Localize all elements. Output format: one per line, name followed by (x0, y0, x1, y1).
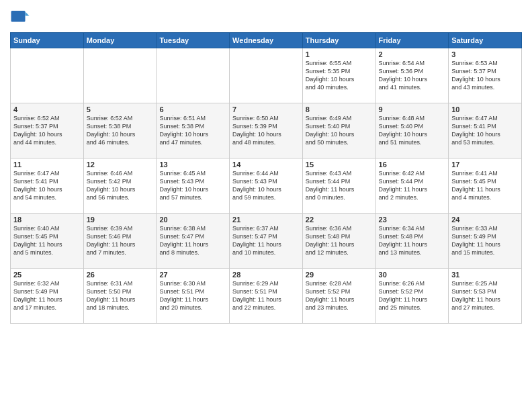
cell-content: Sunrise: 6:51 AMSunset: 5:38 PMDaylight:… (159, 114, 226, 147)
day-number: 24 (451, 216, 519, 224)
calendar-cell: 5Sunrise: 6:52 AMSunset: 5:38 PMDaylight… (83, 103, 157, 158)
calendar-table: SundayMondayTuesdayWednesdayThursdayFrid… (10, 32, 522, 324)
cell-content: Sunrise: 6:42 AMSunset: 5:44 PMDaylight:… (379, 169, 446, 202)
day-number: 30 (379, 271, 446, 279)
week-row-2: 4Sunrise: 6:52 AMSunset: 5:37 PMDaylight… (11, 103, 522, 158)
calendar-cell (230, 48, 303, 103)
cell-content: Sunrise: 6:32 AMSunset: 5:49 PMDaylight:… (13, 279, 81, 312)
calendar-cell: 23Sunrise: 6:34 AMSunset: 5:48 PMDayligh… (375, 214, 449, 269)
calendar-cell: 26Sunrise: 6:31 AMSunset: 5:50 PMDayligh… (83, 269, 157, 324)
cell-content: Sunrise: 6:45 AMSunset: 5:43 PMDaylight:… (159, 169, 226, 202)
day-number: 22 (306, 216, 373, 224)
calendar-cell: 28Sunrise: 6:29 AMSunset: 5:51 PMDayligh… (230, 269, 303, 324)
cell-content: Sunrise: 6:38 AMSunset: 5:47 PMDaylight:… (159, 224, 226, 257)
calendar-cell (11, 48, 84, 103)
calendar-cell: 14Sunrise: 6:44 AMSunset: 5:43 PMDayligh… (230, 158, 303, 214)
day-number: 2 (379, 50, 446, 58)
day-number: 3 (451, 50, 519, 58)
calendar-cell: 20Sunrise: 6:38 AMSunset: 5:47 PMDayligh… (157, 214, 230, 269)
logo (10, 7, 33, 27)
calendar-cell: 30Sunrise: 6:26 AMSunset: 5:52 PMDayligh… (375, 269, 449, 324)
page-header (10, 7, 522, 27)
cell-content: Sunrise: 6:31 AMSunset: 5:50 PMDaylight:… (87, 279, 154, 312)
calendar-cell: 6Sunrise: 6:51 AMSunset: 5:38 PMDaylight… (157, 103, 230, 158)
header-tuesday: Tuesday (157, 33, 230, 48)
day-number: 10 (451, 105, 519, 113)
cell-content: Sunrise: 6:41 AMSunset: 5:45 PMDaylight:… (451, 169, 519, 202)
calendar-cell: 27Sunrise: 6:30 AMSunset: 5:51 PMDayligh… (157, 269, 230, 324)
calendar-cell: 31Sunrise: 6:25 AMSunset: 5:53 PMDayligh… (449, 269, 522, 324)
calendar-cell: 7Sunrise: 6:50 AMSunset: 5:39 PMDaylight… (230, 103, 303, 158)
cell-content: Sunrise: 6:36 AMSunset: 5:48 PMDaylight:… (306, 224, 373, 257)
calendar-cell: 16Sunrise: 6:42 AMSunset: 5:44 PMDayligh… (375, 158, 449, 214)
header-thursday: Thursday (302, 33, 375, 48)
day-number: 20 (159, 216, 226, 224)
calendar-cell: 1Sunrise: 6:55 AMSunset: 5:35 PMDaylight… (302, 48, 375, 103)
cell-content: Sunrise: 6:47 AMSunset: 5:41 PMDaylight:… (13, 169, 81, 202)
calendar-cell: 2Sunrise: 6:54 AMSunset: 5:36 PMDaylight… (375, 48, 449, 103)
cell-content: Sunrise: 6:46 AMSunset: 5:42 PMDaylight:… (87, 169, 154, 202)
day-number: 17 (451, 161, 519, 169)
day-number: 28 (232, 271, 300, 279)
calendar-cell: 12Sunrise: 6:46 AMSunset: 5:42 PMDayligh… (83, 158, 157, 214)
cell-content: Sunrise: 6:40 AMSunset: 5:45 PMDaylight:… (13, 224, 81, 257)
cell-content: Sunrise: 6:44 AMSunset: 5:43 PMDaylight:… (232, 169, 300, 202)
cell-content: Sunrise: 6:37 AMSunset: 5:47 PMDaylight:… (232, 224, 300, 257)
logo-icon (10, 7, 30, 27)
cell-content: Sunrise: 6:52 AMSunset: 5:37 PMDaylight:… (13, 114, 81, 147)
cell-content: Sunrise: 6:39 AMSunset: 5:46 PMDaylight:… (87, 224, 154, 257)
header-sunday: Sunday (11, 33, 84, 48)
cell-content: Sunrise: 6:30 AMSunset: 5:51 PMDaylight:… (159, 279, 226, 312)
cell-content: Sunrise: 6:25 AMSunset: 5:53 PMDaylight:… (451, 279, 519, 312)
svg-rect-0 (11, 11, 26, 22)
cell-content: Sunrise: 6:52 AMSunset: 5:38 PMDaylight:… (87, 114, 154, 147)
day-number: 13 (159, 161, 226, 169)
cell-content: Sunrise: 6:34 AMSunset: 5:48 PMDaylight:… (379, 224, 446, 257)
calendar-cell: 22Sunrise: 6:36 AMSunset: 5:48 PMDayligh… (302, 214, 375, 269)
calendar-cell: 3Sunrise: 6:53 AMSunset: 5:37 PMDaylight… (449, 48, 522, 103)
calendar-cell: 9Sunrise: 6:48 AMSunset: 5:40 PMDaylight… (375, 103, 449, 158)
day-number: 18 (13, 216, 81, 224)
calendar-cell: 4Sunrise: 6:52 AMSunset: 5:37 PMDaylight… (11, 103, 84, 158)
day-number: 16 (379, 161, 446, 169)
calendar-cell: 17Sunrise: 6:41 AMSunset: 5:45 PMDayligh… (449, 158, 522, 214)
week-row-5: 25Sunrise: 6:32 AMSunset: 5:49 PMDayligh… (11, 269, 522, 324)
calendar-cell: 10Sunrise: 6:47 AMSunset: 5:41 PMDayligh… (449, 103, 522, 158)
header-wednesday: Wednesday (230, 33, 303, 48)
calendar-cell: 8Sunrise: 6:49 AMSunset: 5:40 PMDaylight… (302, 103, 375, 158)
cell-content: Sunrise: 6:47 AMSunset: 5:41 PMDaylight:… (451, 114, 519, 147)
cell-content: Sunrise: 6:48 AMSunset: 5:40 PMDaylight:… (379, 114, 446, 147)
calendar-header-row: SundayMondayTuesdayWednesdayThursdayFrid… (11, 33, 522, 48)
calendar-cell: 15Sunrise: 6:43 AMSunset: 5:44 PMDayligh… (302, 158, 375, 214)
calendar-cell: 29Sunrise: 6:28 AMSunset: 5:52 PMDayligh… (302, 269, 375, 324)
calendar-cell (157, 48, 230, 103)
day-number: 26 (87, 271, 154, 279)
calendar-cell: 13Sunrise: 6:45 AMSunset: 5:43 PMDayligh… (157, 158, 230, 214)
cell-content: Sunrise: 6:50 AMSunset: 5:39 PMDaylight:… (232, 114, 300, 147)
cell-content: Sunrise: 6:55 AMSunset: 5:35 PMDaylight:… (306, 59, 373, 92)
header-monday: Monday (83, 33, 157, 48)
day-number: 23 (379, 216, 446, 224)
cell-content: Sunrise: 6:43 AMSunset: 5:44 PMDaylight:… (306, 169, 373, 202)
day-number: 14 (232, 161, 300, 169)
day-number: 5 (87, 105, 154, 113)
day-number: 11 (13, 161, 81, 169)
week-row-3: 11Sunrise: 6:47 AMSunset: 5:41 PMDayligh… (11, 158, 522, 214)
day-number: 12 (87, 161, 154, 169)
day-number: 8 (306, 105, 373, 113)
calendar-cell: 25Sunrise: 6:32 AMSunset: 5:49 PMDayligh… (11, 269, 84, 324)
cell-content: Sunrise: 6:33 AMSunset: 5:49 PMDaylight:… (451, 224, 519, 257)
week-row-4: 18Sunrise: 6:40 AMSunset: 5:45 PMDayligh… (11, 214, 522, 269)
calendar-cell: 18Sunrise: 6:40 AMSunset: 5:45 PMDayligh… (11, 214, 84, 269)
calendar-cell: 19Sunrise: 6:39 AMSunset: 5:46 PMDayligh… (83, 214, 157, 269)
day-number: 7 (232, 105, 300, 113)
day-number: 19 (87, 216, 154, 224)
calendar-cell: 24Sunrise: 6:33 AMSunset: 5:49 PMDayligh… (449, 214, 522, 269)
calendar-cell (83, 48, 157, 103)
day-number: 15 (306, 161, 373, 169)
day-number: 27 (159, 271, 226, 279)
svg-marker-1 (26, 12, 30, 16)
cell-content: Sunrise: 6:28 AMSunset: 5:52 PMDaylight:… (306, 279, 373, 312)
header-friday: Friday (375, 33, 449, 48)
cell-content: Sunrise: 6:54 AMSunset: 5:36 PMDaylight:… (379, 59, 446, 92)
